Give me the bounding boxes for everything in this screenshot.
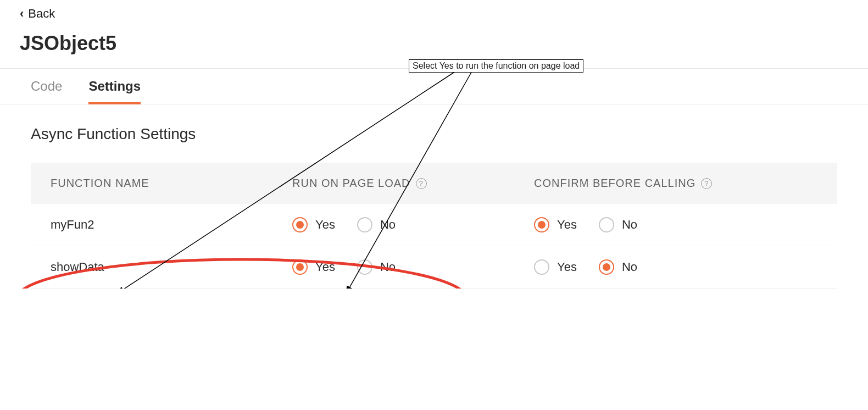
radio-no[interactable]: No	[599, 217, 637, 232]
radio-circle-icon	[292, 259, 308, 275]
td-run-on-page-load: YesNo	[292, 259, 534, 275]
radio-group: YesNo	[292, 217, 396, 232]
radio-yes[interactable]: Yes	[292, 217, 335, 232]
radio-label: No	[380, 260, 396, 274]
radio-circle-icon	[534, 217, 549, 232]
th-function-name-label: FUNCTION NAME	[51, 177, 149, 190]
radio-group: YesNo	[534, 217, 637, 232]
section-title: Async Function Settings	[31, 125, 837, 143]
th-confirm-label: CONFIRM BEFORE CALLING	[534, 177, 695, 190]
radio-label: Yes	[557, 260, 577, 274]
th-run-on-page-load: RUN ON PAGE LOAD ?	[292, 177, 534, 190]
th-function-name: FUNCTION NAME	[51, 177, 292, 190]
radio-circle-icon	[357, 217, 372, 232]
settings-table: FUNCTION NAME RUN ON PAGE LOAD ? CONFIRM…	[31, 163, 837, 289]
radio-label: No	[380, 218, 396, 232]
annotation-callout: Select Yes to run the function on page l…	[409, 59, 583, 73]
radio-circle-icon	[599, 259, 614, 275]
function-name-label: myFun2	[51, 218, 94, 232]
radio-circle-icon	[292, 217, 308, 232]
section-async-settings: Async Function Settings FUNCTION NAME RU…	[0, 104, 868, 289]
th-confirm-before-calling: CONFIRM BEFORE CALLING ?	[534, 177, 817, 190]
td-confirm-before-calling: YesNo	[534, 259, 817, 275]
td-confirm-before-calling: YesNo	[534, 217, 817, 232]
back-label: Back	[28, 7, 55, 21]
td-function-name: myFun2	[51, 218, 292, 232]
tab-settings[interactable]: Settings	[88, 69, 141, 104]
table-row: showDataYesNoYesNo	[31, 246, 837, 289]
radio-label: No	[622, 260, 637, 274]
radio-dot-icon	[538, 221, 546, 229]
radio-dot-icon	[296, 263, 304, 271]
function-name-label: showData	[51, 260, 104, 274]
tab-code[interactable]: Code	[31, 69, 62, 104]
radio-yes[interactable]: Yes	[534, 217, 577, 232]
td-run-on-page-load: YesNo	[292, 217, 534, 232]
radio-dot-icon	[296, 221, 304, 229]
td-function-name: showData	[51, 260, 292, 274]
radio-circle-icon	[534, 259, 549, 275]
radio-group: YesNo	[534, 259, 637, 275]
radio-label: No	[622, 218, 637, 232]
table-header-row: FUNCTION NAME RUN ON PAGE LOAD ? CONFIRM…	[31, 163, 837, 204]
table-row: myFun2YesNoYesNo	[31, 204, 837, 246]
tabs-bar: Code Settings	[0, 68, 868, 104]
help-icon[interactable]: ?	[416, 178, 427, 189]
radio-label: Yes	[557, 218, 577, 232]
radio-circle-icon	[357, 259, 372, 275]
radio-yes[interactable]: Yes	[534, 259, 577, 275]
help-icon[interactable]: ?	[701, 178, 712, 189]
radio-group: YesNo	[292, 259, 396, 275]
radio-dot-icon	[603, 263, 610, 271]
radio-yes[interactable]: Yes	[292, 259, 335, 275]
radio-circle-icon	[599, 217, 614, 232]
radio-label: Yes	[315, 260, 335, 274]
radio-no[interactable]: No	[599, 259, 637, 275]
back-link[interactable]: ‹ Back	[0, 0, 75, 25]
radio-no[interactable]: No	[357, 259, 396, 275]
radio-label: Yes	[315, 218, 335, 232]
chevron-left-icon: ‹	[20, 7, 24, 21]
th-run-label: RUN ON PAGE LOAD	[292, 177, 410, 190]
radio-no[interactable]: No	[357, 217, 396, 232]
